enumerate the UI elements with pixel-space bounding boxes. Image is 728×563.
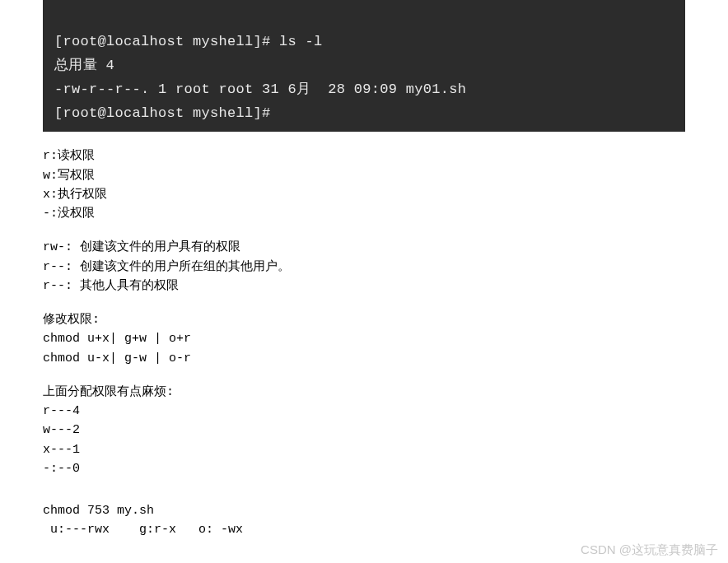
terminal-line: [root@localhost myshell]# ls -l (54, 34, 323, 49)
chmod-example: chmod 753 my.sh u:---rwx g:r-x o: -wx (43, 501, 685, 540)
text-line: r:读权限 (43, 147, 685, 165)
permission-groups: rw-: 创建该文件的用户具有的权限 r--: 创建该文件的用户所在组的其他用户… (43, 238, 685, 295)
section-title: 上面分配权限有点麻烦: (43, 383, 685, 402)
watermark: CSDN @这玩意真费脑子 (581, 542, 718, 558)
text-line: chmod u-x| g-w | o-r (43, 349, 685, 368)
text-line: r--: 创建该文件的用户所在组的其他用户。 (43, 258, 685, 277)
modify-permission: 修改权限: chmod u+x| g+w | o+r chmod u-x| g-… (43, 310, 685, 368)
text-line: rw-: 创建该文件的用户具有的权限 (43, 238, 685, 257)
text-line: x:执行权限 (43, 185, 685, 204)
text-line: r--: 其他人具有的权限 (43, 277, 685, 295)
text-line: u:---rwx g:r-x o: -wx (43, 520, 685, 539)
text-line: r---4 (43, 402, 685, 421)
text-line: chmod u+x| g+w | o+r (43, 329, 685, 348)
numeric-permission: 上面分配权限有点麻烦: r---4 w---2 x---1 -:--0 (43, 383, 685, 478)
terminal-line: -rw-r--r--. 1 root root 31 6月 28 09:09 m… (54, 81, 466, 97)
terminal-line: 总用量 4 (54, 58, 114, 73)
terminal-block: [root@localhost myshell]# ls -l 总用量 4 -r… (43, 0, 685, 132)
section-title: 修改权限: (43, 310, 685, 329)
terminal-line: [root@localhost myshell]# (54, 105, 271, 121)
text-line: w---2 (43, 421, 685, 440)
text-line: -:--0 (43, 459, 685, 478)
text-line: -:没权限 (43, 204, 685, 223)
document-content: r:读权限 w:写权限 x:执行权限 -:没权限 rw-: 创建该文件的用户具有… (0, 132, 728, 539)
text-line: x---1 (43, 440, 685, 459)
permission-basics: r:读权限 w:写权限 x:执行权限 -:没权限 (43, 147, 685, 223)
text-line: chmod 753 my.sh (43, 501, 685, 520)
text-line: w:写权限 (43, 166, 685, 185)
